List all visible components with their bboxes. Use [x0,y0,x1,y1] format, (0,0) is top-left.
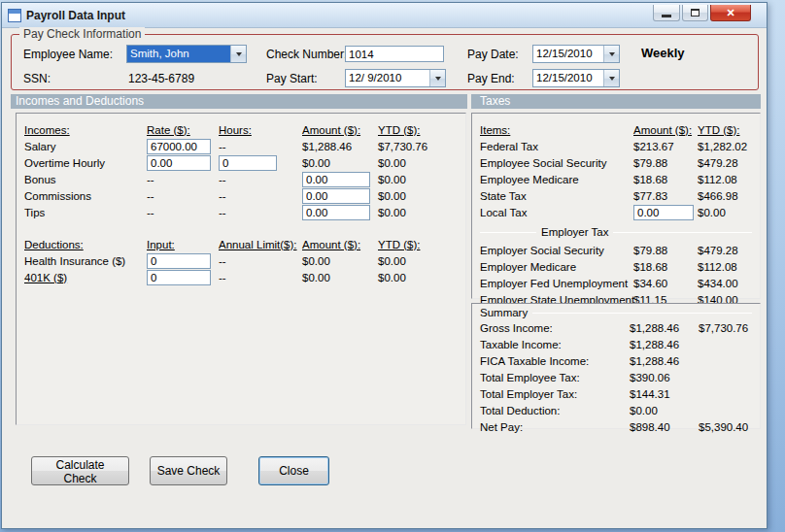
col-annual-limit: Annual Limit($): [219,239,302,250]
payroll-window: Payroll Data Input ✕ Pay Check Informati… [1,2,768,529]
row-ytd: $1,282.02 [698,141,752,152]
row-label: Total Employee Tax: [480,372,630,383]
calculate-check-button[interactable]: Calculate Check [31,456,129,485]
pay-date-picker[interactable]: 12/15/2010 [532,45,620,63]
income-row-salary: Salary -- $1,288.46 $7,730.76 [24,138,458,154]
col-input: Input: [147,239,219,250]
row-ytd: $479.28 [698,157,752,169]
maximize-icon [691,9,700,17]
row-label: Salary [24,141,147,152]
pay-date-label: Pay Date: [467,48,519,61]
summary-row-total-deduction: Total Deduction: $0.00 [480,402,752,418]
income-row-bonus: Bonus -- -- $0.00 [24,171,458,187]
employee-name-value: Smith, John [127,46,230,62]
row-amount: $79.88 [633,157,698,169]
row-amount: $0.00 [630,405,699,416]
pay-end-label: Pay End: [467,72,515,85]
401k-link[interactable]: 401K ($) [24,272,67,283]
row-amount: $34.60 [633,278,698,289]
incomes-section-header: Incomes and Deductions [11,94,467,109]
col-rate: Rate ($): [147,124,219,136]
taxes-panel: Items: Amount ($): YTD ($): Federal Tax … [471,113,761,299]
save-check-button[interactable]: Save Check [150,456,227,485]
overtime-rate-input[interactable] [147,155,211,171]
tax-row-state: State Tax $77.83 $466.98 [480,187,752,204]
minimize-button[interactable] [653,5,680,21]
row-amount: $213.67 [633,141,698,152]
maximize-button[interactable] [682,5,708,21]
row-amount: $1,288.46 [630,339,699,350]
pay-date-arrow-button[interactable] [603,46,619,62]
minimize-icon [662,15,671,17]
bonus-hours: -- [219,174,302,185]
401k-amount: $0.00 [302,272,378,283]
salary-rate-input[interactable] [147,139,211,154]
col-ytd: YTD ($): [698,124,752,136]
bonus-rate: -- [147,174,219,185]
app-icon [8,9,21,22]
employee-name-combobox[interactable]: Smith, John [126,45,247,63]
overtime-hours-input[interactable] [219,155,277,171]
pay-end-arrow-button[interactable] [603,70,619,86]
commissions-amount-input[interactable] [302,188,370,204]
row-label: Employer Medicare [480,261,633,273]
row-amount: $1,288.46 [630,322,699,334]
close-dialog-button[interactable]: Close [258,456,329,485]
commissions-hours: -- [219,190,302,202]
health-insurance-input[interactable] [147,253,211,269]
income-row-commissions: Commissions -- -- $0.00 [24,187,458,204]
row-amount: $77.83 [633,190,698,202]
row-ytd: $479.28 [698,245,752,256]
deduction-row-health: Health Insurance ($) -- $0.00 $0.00 [24,252,458,269]
pay-start-label: Pay Start: [266,72,318,85]
401k-input[interactable] [147,270,211,285]
col-incomes: Incomes: [24,124,147,136]
row-label: Employee Medicare [480,174,633,185]
paycheck-info-group: Pay Check Information Employee Name: Smi… [11,34,759,90]
summary-row-gross: Gross Income: $1,288.46 $7,730.76 [480,319,752,336]
local-tax-input[interactable] [633,205,694,220]
row-label: Bonus [24,174,147,185]
col-hours: Hours: [219,124,302,136]
summary-row-net-pay: Net Pay: $898.40 $5,390.40 [480,418,752,435]
incomes-header-row: Incomes: Rate ($): Hours: Amount ($): YT… [24,121,458,138]
window-title: Payroll Data Input [26,9,125,22]
bonus-amount-input[interactable] [302,172,370,187]
row-amount: $898.40 [630,421,699,433]
deduction-row-401k: 401K ($) -- $0.00 $0.00 [24,269,458,285]
row-label: State Tax [480,190,633,202]
tax-row-employer-fed-unemp: Employer Fed Unemployment $34.60 $434.00 [480,275,752,291]
row-label: Federal Tax [480,141,633,152]
row-ytd: $7,730.76 [699,322,752,334]
window-controls: ✕ [651,5,751,21]
row-amount: $79.88 [633,245,698,256]
401k-limit: -- [219,272,302,283]
deductions-header-row: Deductions: Input: Annual Limit($): Amou… [24,236,458,252]
row-ytd: $466.98 [698,190,752,202]
tips-hours: -- [219,207,302,218]
income-row-overtime: Overtime Hourly $0.00 $0.00 [24,154,458,171]
col-amount: Amount ($): [302,239,378,250]
check-number-input[interactable] [345,46,444,62]
title-bar[interactable]: Payroll Data Input ✕ [2,3,767,28]
col-amount: Amount ($): [633,124,698,136]
close-button[interactable]: ✕ [710,5,751,21]
col-items: Items: [480,124,633,136]
tax-row-employer-medicare: Employer Medicare $18.68 $112.08 [480,258,752,275]
taxes-section-header: Taxes [471,94,761,109]
employee-combo-arrow-button[interactable] [230,46,246,62]
tips-amount-input[interactable] [302,205,370,220]
pay-start-arrow-button[interactable] [429,70,445,86]
health-ytd: $0.00 [378,255,458,267]
row-ytd: $112.08 [698,174,752,185]
taxes-header-row: Items: Amount ($): YTD ($): [480,121,752,138]
row-label: Total Employer Tax: [480,388,630,400]
salary-ytd: $7,730.76 [378,141,458,152]
row-label: Gross Income: [480,322,630,334]
pay-start-picker[interactable]: 12/ 9/2010 [345,69,446,87]
close-icon: ✕ [726,8,734,18]
pay-end-picker[interactable]: 12/15/2010 [532,69,620,87]
row-label: Local Tax [480,207,633,218]
row-label: Employer Social Security [480,245,633,256]
commissions-ytd: $0.00 [378,190,458,202]
